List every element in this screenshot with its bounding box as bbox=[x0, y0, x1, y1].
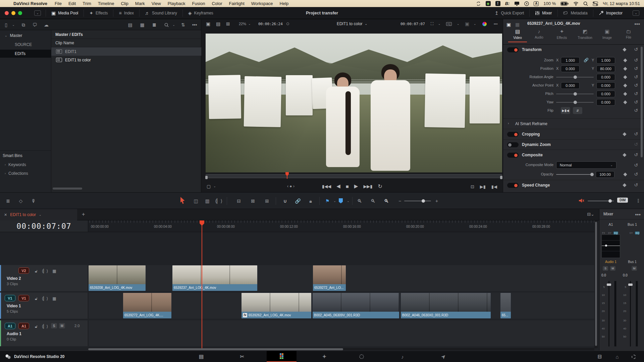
yaw-field[interactable]: 0.000 bbox=[596, 99, 615, 106]
menu-workspace[interactable]: Workspace bbox=[251, 1, 273, 6]
dynamic-zoom-reset-icon[interactable]: ↺ bbox=[634, 142, 638, 147]
safe-area-icon[interactable]: ⛶ bbox=[431, 19, 433, 29]
transform-keyframe-icon[interactable] bbox=[623, 48, 626, 51]
clip-v1-b002-a045[interactable]: B002_A045_06309V_001.R3D bbox=[312, 293, 399, 319]
viewer-playhead[interactable] bbox=[287, 174, 287, 179]
composite-reset-icon[interactable]: ↺ bbox=[634, 152, 638, 157]
speed-change-keyframe-icon[interactable] bbox=[623, 183, 626, 187]
section-composite[interactable]: Composite ↺ bbox=[503, 150, 644, 160]
composite-mode-select[interactable]: Normal ⌄ bbox=[556, 161, 616, 169]
section-speed-change[interactable]: Speed Change ↺ bbox=[503, 180, 644, 190]
position-keyframe-icon[interactable] bbox=[623, 67, 627, 70]
clip-row-edit1[interactable]: EDIT1 bbox=[51, 47, 201, 56]
viewer-gang-icon[interactable]: ▤ bbox=[216, 19, 220, 29]
viewer-single-icon[interactable]: ▣ bbox=[206, 19, 210, 29]
menubar-clock[interactable]: Чт, 12 марта 10:51 bbox=[603, 1, 640, 6]
viewer-zoom-select[interactable]: 22%⌄ bbox=[239, 19, 251, 29]
anchor-keyframe-icon[interactable] bbox=[623, 84, 627, 87]
track-lock-icon[interactable]: 🔓︎ bbox=[33, 268, 40, 274]
tab-image[interactable]: ▣Image bbox=[597, 29, 618, 40]
rotation-reset-icon[interactable]: ↺ bbox=[634, 74, 638, 80]
auto-select-icon[interactable]: ⟨▏⟩ bbox=[42, 295, 48, 302]
effects-button[interactable]: ✦ Effects bbox=[84, 7, 113, 19]
flag-icon[interactable]: ⚑ bbox=[324, 198, 331, 204]
replace-clip-icon[interactable]: ⊞ bbox=[264, 198, 270, 204]
menu-trim[interactable]: Trim bbox=[83, 1, 91, 6]
menu-playback[interactable]: Playback bbox=[168, 1, 185, 6]
v1-destination-badge[interactable]: V1 bbox=[18, 295, 29, 301]
bin-master[interactable]: ⌄ Master bbox=[0, 32, 51, 40]
track-visibility-icon[interactable]: ▦ bbox=[51, 268, 58, 274]
overwrite-clip-icon[interactable]: ⊠ bbox=[250, 198, 256, 204]
track-visibility-icon[interactable]: ▦ bbox=[51, 295, 58, 302]
audio-level-slider[interactable] bbox=[588, 201, 614, 201]
color-page-button[interactable] bbox=[354, 351, 369, 362]
opacity-slider[interactable] bbox=[556, 174, 593, 175]
zoom-out-icon[interactable]: − bbox=[396, 198, 403, 204]
clip-v1-partial[interactable]: 65... bbox=[500, 293, 511, 319]
list-view-icon[interactable]: ≣ bbox=[151, 21, 158, 28]
inspector-clip-icon[interactable]: ▣ bbox=[506, 21, 511, 28]
menu-mark[interactable]: Mark bbox=[135, 1, 145, 6]
boot-status-icon[interactable]: B: bbox=[505, 1, 510, 6]
menu-fusion[interactable]: Fusion bbox=[192, 1, 205, 6]
render-cache-icon[interactable]: ◇ bbox=[17, 198, 24, 204]
wifi-icon[interactable] bbox=[573, 2, 579, 6]
fairlight-page-button[interactable]: ♪ bbox=[395, 351, 410, 362]
column-header-clip-name[interactable]: Clip Name bbox=[51, 39, 201, 47]
dynamic-zoom-enable-toggle[interactable] bbox=[507, 142, 519, 147]
pitch-keyframe-icon[interactable] bbox=[623, 92, 627, 96]
loop-range-icon[interactable]: ⊡ bbox=[471, 184, 474, 189]
bus1-level-value[interactable]: 0.0 bbox=[623, 273, 628, 277]
opacity-reset-icon[interactable]: ↺ bbox=[634, 171, 638, 177]
menu-help[interactable]: Help bbox=[280, 1, 289, 6]
yaw-slider[interactable] bbox=[556, 102, 594, 103]
timeline-list-icon[interactable]: ⊟⌄ bbox=[587, 212, 594, 217]
bin-sidebar-chevron-icon[interactable]: ⌄ bbox=[10, 21, 17, 28]
timeline-options-icon[interactable]: ≣ bbox=[5, 198, 11, 204]
transform-enable-toggle[interactable] bbox=[507, 47, 519, 52]
play-status-icon[interactable] bbox=[524, 1, 529, 6]
a1-mute-button[interactable]: M bbox=[610, 266, 615, 271]
enhanced-viewer-icon[interactable]: ▣ bbox=[465, 19, 469, 29]
enhanced-chevron-icon[interactable]: ⌄ bbox=[474, 19, 476, 29]
detail-zoom-icon[interactable]: 🔍︎ bbox=[370, 198, 376, 204]
clip-v1-6539272[interactable]: 6539272_Arri_LOG_4K.... bbox=[123, 293, 172, 319]
timeline-zoom-slider[interactable] bbox=[404, 201, 431, 201]
frame-step-controls[interactable]: ‹ ● › bbox=[287, 184, 294, 189]
deliver-page-button[interactable]: ➤ bbox=[436, 351, 451, 362]
viewer-timeline-select[interactable]: EDIT1 to color⌄ bbox=[337, 19, 367, 29]
position-x-field[interactable]: 0.000 bbox=[561, 65, 580, 72]
search-icon[interactable] bbox=[164, 23, 169, 27]
loop-playback-button[interactable]: ↻ bbox=[378, 183, 382, 190]
select-tool-icon[interactable] bbox=[180, 197, 186, 204]
insert-clip-icon[interactable]: ⊟ bbox=[235, 198, 242, 204]
menu-edit[interactable]: Edit bbox=[68, 1, 76, 6]
custom-zoom-icon[interactable]: 🔍︎ bbox=[383, 198, 390, 204]
window-minimize-button[interactable] bbox=[11, 11, 15, 15]
linked-selection-icon[interactable]: 🔗 bbox=[294, 198, 301, 204]
viewer-region-select[interactable]: ▢⌄ bbox=[207, 184, 216, 189]
app-status-icon[interactable]: ◆ bbox=[486, 1, 491, 6]
chevron-down-icon[interactable]: ⌄ bbox=[39, 213, 42, 216]
rotation-slider[interactable] bbox=[556, 77, 594, 77]
keyframes-button[interactable]: ◈ Keyframes bbox=[183, 7, 219, 19]
anchor-x-field[interactable]: 0.000 bbox=[561, 82, 580, 89]
safe-area-chevron-icon[interactable]: ⌄ bbox=[438, 19, 441, 29]
zoom-in-icon[interactable]: + bbox=[433, 198, 440, 204]
opacity-field[interactable]: 100.00 bbox=[596, 171, 614, 178]
add-timeline-tab-button[interactable]: + bbox=[82, 211, 85, 217]
battery-icon[interactable] bbox=[560, 2, 569, 6]
zoom-keyframe-icon[interactable] bbox=[623, 58, 627, 62]
viewer-more-icon[interactable]: ••• bbox=[494, 19, 498, 29]
index-button[interactable]: ≡ Index bbox=[113, 7, 139, 19]
bin-source[interactable]: SOURCE bbox=[0, 41, 51, 49]
relink-media-icon[interactable]: ⧉ bbox=[20, 21, 27, 28]
scrubber-in-handle[interactable] bbox=[205, 176, 208, 179]
section-ai-smart-reframe[interactable]: › AI Smart Reframe bbox=[503, 118, 644, 129]
flip-vertical-button[interactable]: ⇵ bbox=[573, 107, 582, 114]
zoom-link-icon[interactable]: 🔗 bbox=[584, 58, 589, 62]
stop-button[interactable]: ■ bbox=[346, 184, 349, 189]
media-page-button[interactable]: ▤ bbox=[194, 351, 209, 362]
control-center-icon[interactable] bbox=[593, 1, 598, 6]
